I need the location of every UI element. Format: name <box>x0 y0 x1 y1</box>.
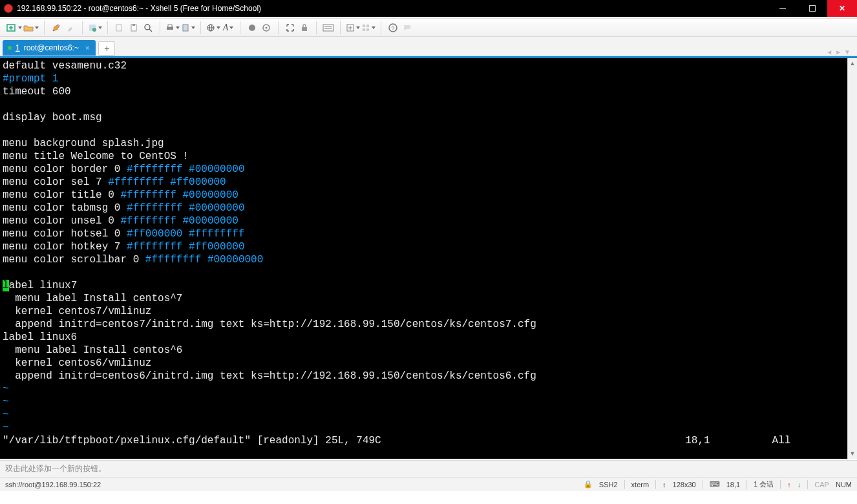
status-sessions: 1 会话 <box>754 479 774 489</box>
paste-icon[interactable] <box>127 21 140 34</box>
lock-status-icon: 🔒 <box>584 480 593 488</box>
svg-point-18 <box>266 26 268 28</box>
open-icon[interactable] <box>23 21 39 34</box>
tab-index: 1 <box>16 43 20 52</box>
new-session-icon[interactable] <box>6 21 22 34</box>
tab-nav[interactable]: ◄►▼ <box>823 48 854 56</box>
status-address: ssh://root@192.168.99.150:22 <box>5 481 101 488</box>
size-icon: ↕ <box>662 481 666 488</box>
rows-icon: ⌨ <box>710 480 720 488</box>
scroll-up-icon[interactable]: ▲ <box>848 58 857 68</box>
session-tab[interactable]: 1 root@centos6:~ × <box>3 40 96 56</box>
status-dot-icon <box>8 46 12 50</box>
close-tab-icon[interactable]: × <box>85 44 89 52</box>
print-icon[interactable] <box>165 21 180 34</box>
help-icon[interactable]: ? <box>386 21 399 34</box>
svg-point-8 <box>145 25 150 30</box>
statusbar: ssh://root@192.168.99.150:22 🔒 SSH2 xter… <box>0 477 857 491</box>
svg-rect-26 <box>363 25 365 27</box>
tab-label: root@centos6:~ <box>24 43 79 52</box>
target-icon[interactable] <box>260 21 273 34</box>
svg-point-4 <box>92 28 96 32</box>
svg-rect-20 <box>323 25 333 31</box>
copy-icon[interactable] <box>113 21 126 34</box>
terminal[interactable]: default vesamenu.c32 #prompt 1 timeout 6… <box>0 58 847 459</box>
upload-icon: ↑ <box>787 481 791 488</box>
status-caps: CAP <box>814 481 829 488</box>
svg-rect-27 <box>366 25 369 27</box>
svg-rect-5 <box>116 25 122 31</box>
scrollbar[interactable]: ▲ ▼ <box>847 58 857 459</box>
status-term: xterm <box>631 481 650 488</box>
window-title: 192.168.99.150:22 - root@centos6:~ - Xsh… <box>17 4 768 13</box>
quick-launch-bar[interactable]: 双击此处添加一个新的按钮。 <box>0 460 857 477</box>
keyboard-icon[interactable] <box>322 21 335 34</box>
window-buttons: ✕ <box>768 0 857 17</box>
font-icon[interactable]: A <box>222 21 235 34</box>
app-icon <box>4 4 13 13</box>
quickbar-hint: 双击此处添加一个新的按钮。 <box>5 463 106 474</box>
svg-rect-28 <box>363 28 365 31</box>
new-tab-button[interactable]: + <box>98 41 115 56</box>
svg-text:?: ? <box>391 25 394 32</box>
add-panel-icon[interactable] <box>346 21 360 34</box>
scroll-down-icon[interactable]: ▼ <box>848 448 857 459</box>
terminal-wrap: default vesamenu.c32 #prompt 1 timeout 6… <box>0 58 857 460</box>
svg-rect-19 <box>302 27 307 31</box>
maximize-button[interactable] <box>798 0 827 17</box>
find-icon[interactable] <box>142 21 154 34</box>
properties-icon[interactable] <box>88 21 102 34</box>
status-proto: SSH2 <box>599 481 618 488</box>
layout-icon[interactable] <box>361 21 376 34</box>
svg-rect-7 <box>132 24 135 26</box>
close-button[interactable]: ✕ <box>827 0 857 17</box>
status-size: 128x30 <box>673 481 696 488</box>
svg-rect-29 <box>366 28 369 31</box>
svg-rect-12 <box>183 25 188 31</box>
minimize-button[interactable] <box>768 0 798 17</box>
svg-rect-11 <box>168 25 172 27</box>
circle-icon[interactable] <box>246 21 259 34</box>
lock-icon[interactable] <box>298 21 311 34</box>
svg-point-16 <box>249 25 255 31</box>
tabbar: 1 root@centos6:~ × + ◄►▼ <box>0 37 857 56</box>
transfer-icon[interactable] <box>181 21 195 34</box>
eyedropper-icon[interactable] <box>64 21 77 34</box>
toolbar: A ? <box>0 19 857 37</box>
globe-icon[interactable] <box>206 21 220 34</box>
status-num: NUM <box>836 481 852 488</box>
chat-icon[interactable] <box>401 21 414 34</box>
pencil-icon[interactable] <box>50 21 63 34</box>
titlebar: 192.168.99.150:22 - root@centos6:~ - Xsh… <box>0 0 857 17</box>
status-rows: 18,1 <box>726 481 740 488</box>
download-icon: ↓ <box>798 481 801 488</box>
fullscreen-icon[interactable] <box>284 21 297 34</box>
svg-line-9 <box>149 29 152 32</box>
